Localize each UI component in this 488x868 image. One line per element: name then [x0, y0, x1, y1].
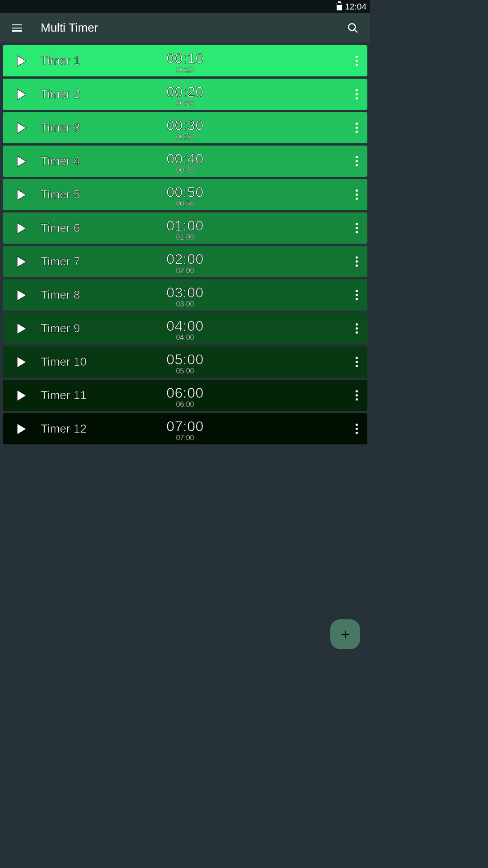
add-button[interactable] [330, 619, 360, 649]
timer-row[interactable]: Timer 5 00:50 00:50 [3, 179, 367, 210]
time-display: 06:00 06:00 [3, 385, 367, 409]
time-display: 02:00 02:00 [3, 251, 367, 275]
time-main: 00:20 [166, 84, 204, 100]
time-sub: 05:00 [176, 367, 194, 375]
svg-line-1 [355, 29, 357, 32]
time-display: 00:50 00:50 [3, 184, 367, 208]
menu-button[interactable] [8, 19, 26, 37]
battery-icon [337, 3, 342, 10]
app-title: Multi Timer [41, 21, 98, 35]
time-display: 03:00 03:00 [3, 284, 367, 308]
timer-row[interactable]: Timer 11 06:00 06:00 [3, 380, 367, 411]
timer-row[interactable]: Timer 10 05:00 05:00 [3, 346, 367, 377]
app-bar: Multi Timer [0, 13, 370, 42]
time-main: 00:50 [166, 184, 204, 201]
menu-icon [12, 24, 22, 32]
time-display: 07:00 07:00 [3, 418, 367, 442]
time-display: 00:40 00:40 [3, 151, 367, 175]
timer-row[interactable]: Timer 9 04:00 04:00 [3, 313, 367, 344]
time-main: 00:10 [166, 50, 204, 67]
status-bar: 12:04 [0, 0, 370, 13]
time-sub: 00:40 [176, 166, 194, 175]
status-time: 12:04 [345, 2, 366, 12]
timer-row[interactable]: Timer 3 00:30 00:30 [3, 112, 367, 143]
timer-row[interactable]: Timer 4 00:40 00:40 [3, 146, 367, 177]
timer-row[interactable]: Timer 12 07:00 07:00 [3, 413, 367, 444]
time-display: 01:00 01:00 [3, 217, 367, 241]
time-main: 00:30 [166, 117, 204, 134]
search-icon [347, 22, 359, 34]
time-main: 05:00 [166, 351, 204, 368]
time-main: 07:00 [166, 418, 204, 435]
time-sub: 07:00 [176, 434, 194, 442]
timer-row[interactable]: Timer 1 00:10 00:10 [3, 45, 367, 76]
time-main: 00:40 [166, 151, 204, 167]
time-sub: 00:10 [176, 66, 194, 74]
timer-row[interactable]: Timer 2 00:20 00:20 [3, 79, 367, 110]
search-button[interactable] [344, 19, 362, 37]
time-sub: 00:30 [176, 133, 194, 141]
time-sub: 06:00 [176, 401, 194, 409]
plus-icon [340, 629, 351, 640]
timer-row[interactable]: Timer 6 01:00 01:00 [3, 212, 367, 244]
time-sub: 04:00 [176, 334, 194, 342]
timer-row[interactable]: Timer 8 03:00 03:00 [3, 279, 367, 311]
time-main: 04:00 [166, 318, 204, 335]
time-sub: 01:00 [176, 233, 194, 241]
time-display: 00:10 00:10 [3, 50, 367, 74]
time-display: 00:30 00:30 [3, 117, 367, 141]
time-display: 05:00 05:00 [3, 351, 367, 375]
time-main: 01:00 [166, 217, 204, 234]
timer-row[interactable]: Timer 7 02:00 02:00 [3, 246, 367, 277]
time-main: 02:00 [166, 251, 204, 268]
time-main: 06:00 [166, 385, 204, 401]
time-display: 00:20 00:20 [3, 84, 367, 108]
time-sub: 02:00 [176, 267, 194, 275]
svg-point-0 [348, 24, 355, 30]
time-display: 04:00 04:00 [3, 318, 367, 342]
time-sub: 00:20 [176, 99, 194, 108]
time-sub: 00:50 [176, 200, 194, 208]
time-sub: 03:00 [176, 300, 194, 308]
timer-list: Timer 1 00:10 00:10 Timer 2 00:20 00:20 [0, 42, 370, 447]
time-main: 03:00 [166, 284, 204, 301]
